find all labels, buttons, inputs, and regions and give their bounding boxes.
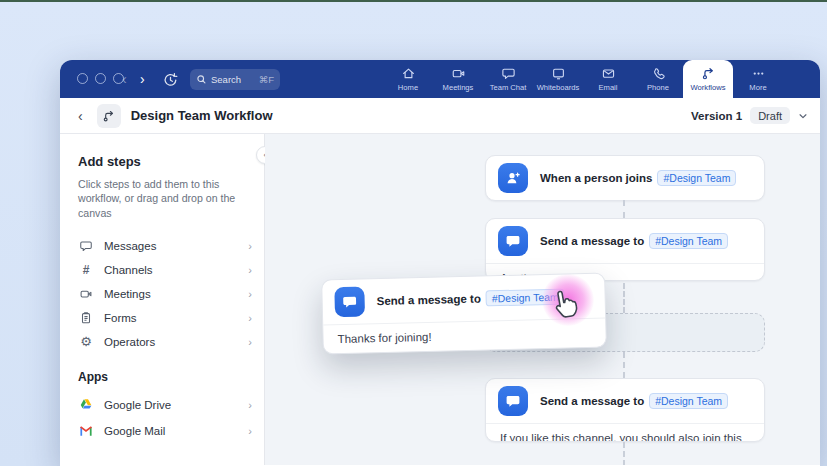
tab-email[interactable]: Email: [583, 60, 633, 98]
sidebar-item-channels[interactable]: # Channels ›: [78, 258, 252, 282]
meetings-camera-icon: [78, 287, 94, 301]
workflow-type-icon: [97, 104, 121, 128]
connector-line: [623, 352, 625, 378]
search-shortcut: ⌘F: [259, 74, 274, 85]
phone-icon: [651, 66, 666, 81]
nav-back-button[interactable]: ‹: [122, 69, 127, 89]
channel-pill: #Design Team: [486, 289, 565, 307]
sidebar-item-google-mail[interactable]: Google Mail ›: [78, 418, 252, 444]
dragged-message-card[interactable]: Send a message to #Design Team Thanks fo…: [321, 273, 607, 355]
sidebar-item-operators[interactable]: ⚙ Operators ›: [78, 330, 252, 354]
chat-message-icon: [334, 286, 365, 317]
tab-home[interactable]: Home: [383, 60, 433, 98]
search-placeholder: Search: [211, 74, 241, 85]
whiteboard-icon: [551, 66, 566, 81]
sidebar-heading: Add steps: [78, 154, 252, 169]
home-icon: [401, 66, 416, 81]
chat-message-icon: [498, 386, 528, 416]
connector-line: [623, 283, 625, 313]
trigger-text: When a person joins: [540, 172, 652, 184]
sidebar-description: Click steps to add them to this workflow…: [78, 177, 250, 220]
apps-heading: Apps: [78, 370, 252, 384]
add-steps-sidebar: Add steps Click steps to add them to thi…: [60, 134, 265, 465]
screen-top-edge: [0, 0, 827, 2]
connector-line: [623, 200, 625, 218]
tab-team-chat[interactable]: Team Chat: [483, 60, 533, 98]
operators-gear-icon: ⚙: [78, 335, 94, 348]
version-label: Version 1: [691, 110, 742, 122]
forms-clipboard-icon: [78, 311, 94, 325]
chevron-right-icon: ›: [248, 336, 252, 348]
channels-hash-icon: #: [78, 263, 94, 277]
chevron-right-icon: ›: [248, 288, 252, 300]
google-mail-icon: [78, 424, 94, 437]
tab-more[interactable]: More: [733, 60, 783, 98]
person-join-icon: [498, 163, 528, 193]
message-body: Thanks for joining!: [323, 319, 606, 354]
zoom-app-window: ‹ › Search ⌘F: [60, 60, 820, 466]
window-minimize-button[interactable]: [95, 73, 106, 84]
status-badge[interactable]: Draft: [750, 107, 790, 124]
google-drive-icon: [78, 398, 94, 411]
history-icon[interactable]: [162, 70, 180, 88]
search-input[interactable]: Search ⌘F: [190, 69, 280, 90]
sidebar-item-meetings[interactable]: Meetings ›: [78, 282, 252, 306]
message-card-1[interactable]: Send a message to #Design Team Another m…: [485, 218, 765, 281]
tab-phone[interactable]: Phone: [633, 60, 683, 98]
tab-meetings[interactable]: Meetings: [433, 60, 483, 98]
version-controls: Version 1 Draft: [691, 98, 808, 133]
app-topbar: ‹ › Search ⌘F: [60, 60, 820, 98]
sidebar-item-forms[interactable]: Forms ›: [78, 306, 252, 330]
step-text: Send a message to: [540, 235, 644, 247]
window-controls: [77, 73, 124, 84]
search-icon: [196, 74, 207, 85]
trigger-card[interactable]: When a person joins #Design Team: [485, 155, 765, 201]
more-ellipsis-icon: [751, 66, 766, 81]
workflow-icon: [701, 66, 716, 81]
sidebar-item-messages[interactable]: Messages ›: [78, 234, 252, 258]
video-camera-icon: [451, 66, 466, 81]
envelope-icon: [601, 66, 616, 81]
main-nav-tabs: Home Meetings Team Chat: [383, 60, 783, 98]
version-chevron-down-icon[interactable]: [798, 111, 808, 121]
message-card-2[interactable]: Send a message to #Design Team If you li…: [485, 378, 765, 442]
channel-pill: #Design Team: [657, 170, 736, 186]
nav-forward-button[interactable]: ›: [140, 69, 145, 89]
step-text: Send a message to: [377, 293, 481, 308]
channel-pill: #Design Team: [649, 233, 728, 249]
workflow-canvas[interactable]: When a person joins #Design Team: [265, 134, 820, 465]
chevron-right-icon: ›: [248, 425, 252, 437]
workflow-header: ‹ Design Team Workflow Version 1 Draft: [60, 98, 820, 134]
sidebar-item-google-drive[interactable]: Google Drive ›: [78, 392, 252, 418]
workflow-back-button[interactable]: ‹: [78, 108, 83, 124]
step-text: Send a message to: [540, 395, 644, 407]
chevron-right-icon: ›: [248, 399, 252, 411]
desktop-background: ‹ › Search ⌘F: [0, 0, 827, 466]
chat-bubble-icon: [501, 66, 516, 81]
tab-workflows[interactable]: Workflows: [683, 60, 733, 98]
connector-line: [623, 442, 625, 465]
messages-icon: [78, 239, 94, 253]
chevron-right-icon: ›: [248, 264, 252, 276]
message-body: If you like this channel, you should als…: [486, 424, 764, 442]
chevron-right-icon: ›: [248, 312, 252, 324]
workflow-title: Design Team Workflow: [131, 108, 273, 123]
channel-pill: #Design Team: [649, 393, 728, 409]
tab-whiteboards[interactable]: Whiteboards: [533, 60, 583, 98]
workflow-body: Add steps Click steps to add them to thi…: [60, 134, 820, 465]
chevron-right-icon: ›: [248, 240, 252, 252]
chat-message-icon: [498, 226, 528, 256]
window-close-button[interactable]: [77, 73, 88, 84]
